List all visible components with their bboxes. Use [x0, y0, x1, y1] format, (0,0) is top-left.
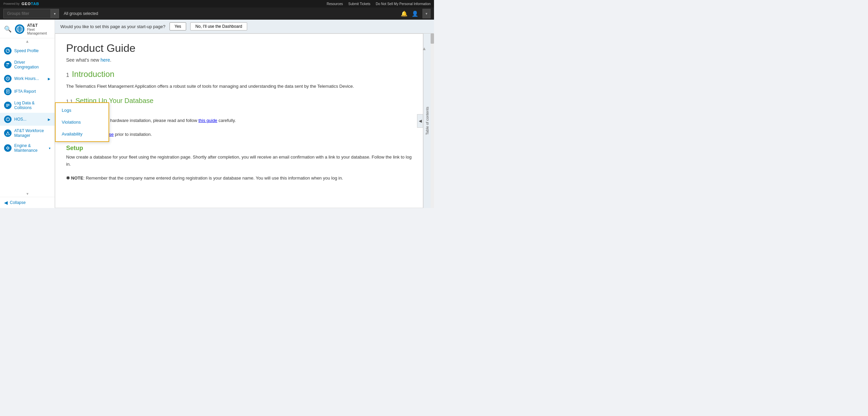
svg-line-11: [8, 79, 8, 79]
this-guide-link[interactable]: this guide: [198, 118, 217, 123]
svg-line-6: [8, 50, 9, 51]
svg-point-8: [8, 63, 9, 64]
top-bar-links: Resources Submit Tickets Do Not Sell My …: [327, 2, 431, 6]
sidebar-scroll-up[interactable]: ▲: [0, 38, 55, 44]
guide-title: Product Guide: [66, 42, 412, 55]
sidebar-search-icon[interactable]: 🔍: [4, 25, 12, 33]
brand-logo-icon: [15, 24, 24, 34]
section11-heading: 1.1 Setting Up Your Database: [66, 97, 412, 105]
sidebar-item-engine[interactable]: Engine & Maintenance ▾: [0, 141, 55, 155]
svg-point-22: [7, 147, 9, 149]
subtitle-prefix: See what's new: [66, 57, 101, 63]
startup-bar: Would you like to set this page as your …: [55, 20, 434, 34]
sidebar-label-log-data: Log Data & Collisions: [14, 101, 51, 110]
geotab-logo: GEOTAB: [22, 2, 39, 6]
sidebar-item-hos[interactable]: HOS... ▶: [0, 113, 55, 126]
collapse-label: Collapse: [10, 200, 26, 205]
brand-block: AT&T Fleet Management: [15, 23, 51, 35]
user-name-label: ▾: [426, 12, 428, 16]
popup-item-violations[interactable]: Violations: [56, 116, 108, 128]
sidebar-item-work-hours[interactable]: Work Hours... ▶: [0, 72, 55, 85]
sidebar-label-engine: Engine & Maintenance: [14, 143, 46, 153]
groups-filter-container: ▾ All groups selected: [3, 9, 98, 18]
work-hours-icon: [4, 75, 12, 82]
brand-name: AT&T: [27, 23, 51, 28]
submit-tickets-link[interactable]: Submit Tickets: [348, 2, 370, 6]
collapse-chevron-icon: ◀: [4, 200, 8, 205]
sidebar-top: 🔍 AT&T Fleet Management: [0, 20, 55, 38]
header-right: 🔔 👤 ▾: [401, 9, 431, 18]
powered-by-text: Powered by: [3, 2, 20, 5]
all-groups-label: All groups selected: [64, 11, 98, 16]
toc-label: Table of contents: [425, 107, 429, 135]
setup-heading: Setup: [66, 145, 412, 152]
install-suffix: carefully.: [217, 118, 236, 123]
resources-link[interactable]: Resources: [327, 2, 343, 6]
sidebar-item-speed-profile[interactable]: Speed Profile: [0, 44, 55, 57]
workforce-icon: [4, 129, 12, 137]
note-body: : Remember that the company name entered…: [83, 175, 343, 181]
sidebar-item-driver-congregation[interactable]: Driver Congregation: [0, 57, 55, 72]
content-scroll-up-icon[interactable]: ▲: [422, 46, 427, 51]
sidebar-label-work-hours: Work Hours...: [14, 76, 45, 81]
setup-body: Now create a database for your fleet usi…: [66, 154, 412, 168]
install-heading: Installation: [66, 108, 412, 115]
startup-no-button[interactable]: No, I'll use the Dashboard: [190, 22, 247, 30]
subtitle-link[interactable]: here: [101, 57, 110, 63]
top-bar: Powered by GEOTAB Resources Submit Ticke…: [0, 0, 434, 7]
install-body1: erform and verify your hardware installa…: [66, 117, 412, 124]
speed-profile-icon: [4, 47, 12, 55]
sidebar-collapse-button[interactable]: ◀ Collapse: [0, 197, 55, 208]
sidebar-label-ifta-report: IFTA Report: [14, 89, 51, 94]
do-not-sell-link[interactable]: Do Not Sell My Personal Information: [376, 2, 431, 6]
brand-subtitle: Fleet Management: [27, 28, 51, 35]
sidebar-nav: Speed Profile Driver Congregation: [0, 44, 55, 191]
hos-arrow-icon: ▶: [48, 118, 51, 121]
groups-filter-dropdown-button[interactable]: ▾: [51, 9, 59, 18]
product-guide-content: Product Guide See what's new here. 1 Int…: [55, 34, 423, 208]
user-dropdown[interactable]: ▾: [422, 9, 431, 18]
section1-body: The Telematics Fleet Management Applicat…: [66, 83, 412, 90]
hos-popup-menu: Logs Violations Availability: [55, 102, 109, 142]
log-data-icon: [4, 102, 12, 109]
install-suffix2: prior to installation.: [114, 132, 152, 137]
sidebar-item-workforce[interactable]: AT&T Workforce Manager: [0, 126, 55, 141]
sidebar-item-ifta-report[interactable]: IFTA Report: [0, 85, 55, 98]
top-bar-branding: Powered by GEOTAB: [3, 2, 39, 6]
section1-heading: 1 Introduction: [66, 69, 412, 79]
engine-arrow-icon: ▾: [49, 146, 51, 150]
driver-congregation-icon: [4, 61, 12, 68]
startup-yes-button[interactable]: Yes: [170, 22, 186, 30]
sidebar-item-log-data[interactable]: Log Data & Collisions: [0, 98, 55, 113]
ifta-report-icon: [4, 88, 12, 95]
content-area: Would you like to set this page as your …: [55, 20, 434, 208]
notification-icon[interactable]: 🔔: [401, 11, 408, 17]
sidebar-label-driver-congregation: Driver Congregation: [14, 60, 51, 69]
popup-item-availability[interactable]: Availability: [56, 128, 108, 140]
guide-subtitle: See what's new here.: [66, 57, 412, 63]
groups-filter-input[interactable]: [3, 9, 51, 18]
startup-question: Would you like to set this page as your …: [60, 24, 165, 29]
hos-icon: [4, 116, 12, 123]
sidebar-label-workforce: AT&T Workforce Manager: [14, 128, 51, 138]
svg-point-7: [6, 63, 8, 64]
att-logo-svg: [16, 26, 23, 33]
note-prefix: ✱ NOTE: [66, 175, 83, 181]
section1-title: Introduction: [72, 69, 114, 79]
sidebar-label-hos: HOS...: [14, 117, 45, 122]
sidebar-scroll-down[interactable]: ▾: [0, 191, 55, 197]
svg-point-21: [7, 132, 8, 133]
content-collapse-button[interactable]: ◀: [417, 114, 423, 128]
table-of-contents-strip[interactable]: Table of contents: [423, 34, 431, 208]
user-icon[interactable]: 👤: [412, 11, 418, 17]
subtitle-suffix: .: [110, 57, 112, 63]
content-scrollbar[interactable]: [431, 34, 434, 208]
section1-num: 1: [66, 72, 69, 78]
dropdown-arrow-icon: ▾: [54, 12, 56, 16]
engine-icon: [4, 144, 12, 152]
main-layout: 🔍 AT&T Fleet Management ▲: [0, 20, 434, 208]
sidebar: 🔍 AT&T Fleet Management ▲: [0, 20, 55, 208]
content-scrollbar-thumb: [431, 34, 434, 44]
sidebar-label-speed-profile: Speed Profile: [14, 48, 51, 53]
popup-item-logs[interactable]: Logs: [56, 104, 108, 116]
